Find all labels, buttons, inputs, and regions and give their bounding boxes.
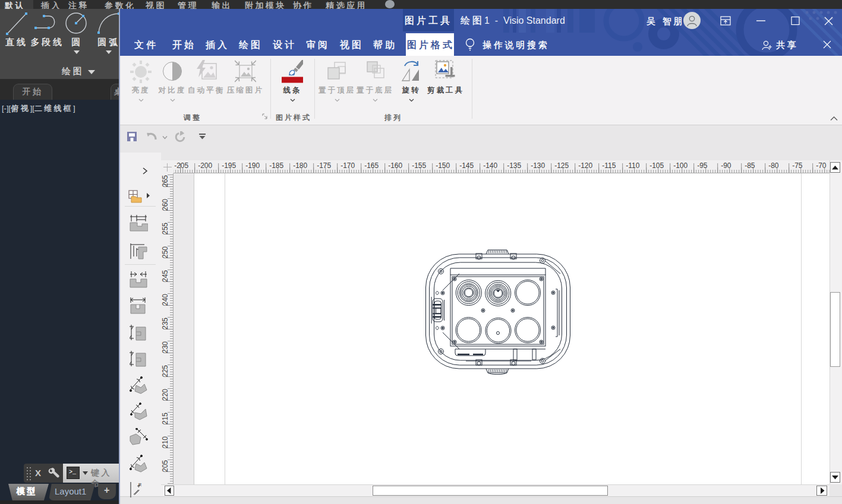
svg-text:R: R [138,483,141,487]
